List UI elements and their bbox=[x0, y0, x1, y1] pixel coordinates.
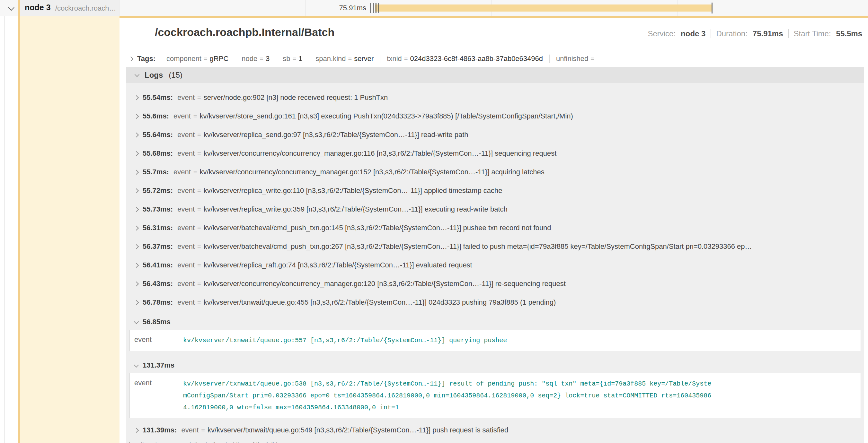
log-entry-expanded-header[interactable]: 131.37ms bbox=[126, 357, 864, 373]
equals-sign: = bbox=[195, 262, 204, 269]
log-field-value: kv/kvserver/txnwait/queue.go:549 [n3,s3,… bbox=[208, 426, 508, 434]
equals-sign: = bbox=[195, 206, 204, 213]
log-expand-chevron-icon[interactable] bbox=[134, 244, 139, 249]
equals-sign: = bbox=[195, 94, 204, 101]
tag-item[interactable]: txnid=024d3323-6c8f-4863-aa8b-37ab0e6349… bbox=[380, 55, 549, 63]
log-collapse-chevron-icon[interactable] bbox=[134, 363, 139, 368]
log-entry-row[interactable]: 55.54ms:event=server/node.go:902 [n3] no… bbox=[126, 88, 864, 107]
log-field-key: event bbox=[177, 186, 195, 195]
tag-item[interactable]: component=gRPC bbox=[160, 55, 235, 63]
equals-sign: = bbox=[195, 243, 204, 250]
log-expand-chevron-icon[interactable] bbox=[134, 207, 139, 212]
tag-value: server bbox=[354, 55, 374, 63]
tags-label: Tags: bbox=[137, 55, 155, 63]
log-kv: event=kv/kvserver/batcheval/cmd_push_txn… bbox=[177, 224, 551, 232]
log-timestamp: 131.39ms: bbox=[143, 426, 177, 434]
log-collapse-chevron-icon[interactable] bbox=[134, 319, 139, 324]
log-entry-row[interactable]: 56.41ms:event=kv/kvserver/replica_raft.g… bbox=[126, 256, 864, 274]
log-entry-row[interactable]: 55.72ms:event=kv/kvserver/replica_write.… bbox=[126, 181, 864, 200]
log-kv: event=kv/kvserver/concurrency/concurrenc… bbox=[177, 280, 566, 288]
log-entry-row[interactable]: 55.68ms:event=kv/kvserver/concurrency/co… bbox=[126, 144, 864, 163]
log-field-key: event bbox=[177, 205, 195, 213]
log-field-key: event bbox=[177, 224, 195, 232]
log-expand-chevron-icon[interactable] bbox=[134, 300, 139, 305]
log-field-value: kv/kvserver/concurrency/concurrency_mana… bbox=[204, 280, 566, 288]
logs-count: (15) bbox=[169, 71, 183, 79]
log-field-key: event bbox=[177, 261, 195, 269]
log-expand-chevron-icon[interactable] bbox=[134, 132, 139, 137]
span-detail-panel: /cockroach.roachpb.Internal/Batch Servic… bbox=[120, 16, 868, 443]
log-expand-chevron-icon[interactable] bbox=[134, 263, 139, 268]
log-expand-chevron-icon[interactable] bbox=[134, 428, 139, 433]
log-expand-chevron-icon[interactable] bbox=[134, 225, 139, 231]
span-detail-header: /cockroach.roachpb.Internal/Batch Servic… bbox=[154, 25, 862, 45]
log-field-value: kv/kvserver/txnwait/queue.go:455 [n3,s3,… bbox=[204, 298, 556, 307]
log-entry-row[interactable]: 55.6ms:event=kv/kvserver/store_send.go:1… bbox=[126, 107, 864, 126]
meta-separator bbox=[711, 29, 711, 38]
log-entry-expanded-header[interactable]: 56.85ms bbox=[126, 314, 864, 330]
log-timestamp: 56.31ms: bbox=[143, 224, 173, 232]
log-timestamp: 55.7ms: bbox=[143, 168, 169, 176]
log-kv: event=kv/kvserver/concurrency/concurrenc… bbox=[177, 149, 556, 158]
meta-value: 55.5ms bbox=[836, 29, 862, 38]
logs-header[interactable]: Logs (15) bbox=[126, 67, 864, 83]
logs-list: 55.54ms:event=server/node.go:902 [n3] no… bbox=[126, 83, 864, 440]
span-service-name: node 3 bbox=[25, 3, 51, 12]
log-field-key: event bbox=[177, 131, 195, 139]
equals-sign: = bbox=[191, 113, 200, 120]
page-title: /cockroach.roachpb.Internal/Batch bbox=[155, 26, 334, 38]
log-field-value: kv/kvserver/concurrency/concurrency_mana… bbox=[204, 149, 557, 158]
tag-value: 024d3323-6c8f-4863-aa8b-37ab0e63496d bbox=[410, 55, 543, 63]
log-field-value: kv/kvserver/replica_write.go:359 [n3,s3,… bbox=[204, 205, 507, 213]
tree-indent-guide bbox=[4, 16, 5, 443]
log-timestamp: 56.43ms: bbox=[143, 280, 173, 288]
log-timestamp: 56.85ms bbox=[143, 318, 170, 326]
log-expand-chevron-icon[interactable] bbox=[134, 95, 139, 100]
collapse-span-chevron-icon[interactable] bbox=[9, 6, 13, 11]
log-entry-row[interactable]: 56.31ms:event=kv/kvserver/batcheval/cmd_… bbox=[126, 218, 864, 237]
log-kv: event=kv/kvserver/replica_write.go:359 [… bbox=[177, 205, 507, 213]
log-expand-chevron-icon[interactable] bbox=[134, 281, 139, 286]
log-kv: event=kv/kvserver/txnwait/queue.go:549 [… bbox=[181, 426, 508, 434]
tags-expand-chevron-icon[interactable] bbox=[128, 56, 134, 61]
log-entry-row[interactable]: 56.78ms:event=kv/kvserver/txnwait/queue.… bbox=[126, 293, 864, 312]
log-entry-row[interactable]: 55.7ms:event=kv/kvserver/concurrency/con… bbox=[126, 163, 864, 181]
log-field-key: event bbox=[181, 426, 198, 434]
equals-sign: = bbox=[195, 280, 204, 287]
log-entry-row[interactable]: 131.39ms:event=kv/kvserver/txnwait/queue… bbox=[126, 421, 864, 440]
tag-key: sb bbox=[283, 55, 290, 63]
span-row[interactable]: node 3 /cockroach.roach… 75.91ms bbox=[0, 0, 868, 16]
tags-accordian[interactable]: Tags: component=gRPCnode=3sb=1span.kind=… bbox=[129, 52, 603, 65]
timeline-gridline bbox=[119, 0, 120, 16]
log-timestamp: 55.54ms: bbox=[143, 94, 173, 102]
log-kv: event=kv/kvserver/replica_send.go:97 [n3… bbox=[177, 131, 468, 139]
span-duration-bar[interactable] bbox=[375, 4, 712, 11]
equals-sign: = bbox=[195, 187, 204, 195]
equals-sign: = bbox=[198, 427, 208, 434]
equals-sign: = bbox=[195, 131, 204, 139]
log-expand-chevron-icon[interactable] bbox=[134, 151, 139, 156]
log-marker-tick bbox=[375, 3, 375, 13]
log-field-value: kv/kvserver/txnwait/queue.go:538 [n3,s3,… bbox=[183, 378, 713, 413]
tag-item[interactable]: unfinished= bbox=[549, 55, 603, 63]
tag-item[interactable]: sb=1 bbox=[276, 55, 309, 63]
log-entry-row[interactable]: 56.37ms:event=kv/kvserver/batcheval/cmd_… bbox=[126, 237, 864, 256]
log-entry-detail-box: eventkv/kvserver/txnwait/queue.go:557 [n… bbox=[129, 330, 861, 351]
logs-collapse-chevron-icon[interactable] bbox=[134, 72, 140, 77]
tag-key: node bbox=[242, 55, 257, 63]
log-entry-row[interactable]: 55.64ms:event=kv/kvserver/replica_send.g… bbox=[126, 126, 864, 144]
span-duration-label: 75.91ms bbox=[318, 4, 366, 12]
meta-value: 75.91ms bbox=[753, 29, 783, 38]
span-meta: Service:node 3Duration:75.91msStart Time… bbox=[648, 29, 862, 38]
log-entry-row[interactable]: 55.73ms:event=kv/kvserver/replica_write.… bbox=[126, 200, 864, 218]
log-entry-row[interactable]: 56.43ms:event=kv/kvserver/concurrency/co… bbox=[126, 274, 864, 293]
tag-item[interactable]: node=3 bbox=[235, 55, 276, 63]
log-kv: event=kv/kvserver/replica_raft.go:74 [n3… bbox=[177, 261, 472, 269]
log-expand-chevron-icon[interactable] bbox=[134, 170, 139, 175]
log-expand-chevron-icon[interactable] bbox=[134, 114, 139, 119]
log-field-value: server/node.go:902 [n3] node received re… bbox=[204, 94, 388, 102]
tag-item[interactable]: span.kind=server bbox=[309, 55, 380, 63]
log-field-key: event bbox=[134, 335, 183, 346]
log-expand-chevron-icon[interactable] bbox=[134, 188, 139, 193]
tag-key: span.kind bbox=[315, 55, 346, 63]
